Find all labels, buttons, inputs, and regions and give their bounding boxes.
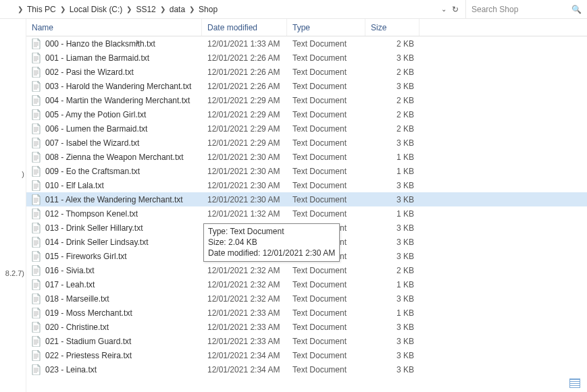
file-name: 006 - Lumen the Barmaid.txt bbox=[45, 124, 147, 134]
file-name: 020 - Christine.txt bbox=[45, 323, 109, 332]
file-size: 3 KB bbox=[365, 195, 419, 204]
details-view-icon[interactable] bbox=[569, 379, 580, 388]
file-size: 2 KB bbox=[365, 39, 419, 49]
file-row[interactable]: 020 - Christine.txt12/01/2021 2:33 AMTex… bbox=[26, 320, 587, 334]
breadcrumb-segment[interactable]: Shop bbox=[197, 5, 219, 14]
chevron-right-icon[interactable]: ❯ bbox=[186, 5, 197, 13]
file-date: 12/01/2021 2:26 AM bbox=[202, 53, 287, 63]
file-name: 017 - Leah.txt bbox=[45, 280, 95, 289]
file-date: 12/01/2021 2:29 AM bbox=[202, 124, 287, 134]
breadcrumb-segment[interactable]: Local Disk (C:) bbox=[68, 5, 124, 14]
column-headers: Name Date modified Type Size bbox=[26, 19, 587, 36]
text-file-icon bbox=[32, 322, 41, 333]
text-file-icon bbox=[32, 223, 41, 233]
file-type: Text Document bbox=[287, 96, 365, 105]
file-size: 2 KB bbox=[365, 67, 419, 77]
file-size: 1 KB bbox=[365, 152, 419, 162]
file-name: 022 - Priestess Reira.txt bbox=[45, 351, 132, 360]
text-file-icon bbox=[32, 67, 41, 78]
text-file-icon bbox=[32, 138, 41, 148]
chevron-right-icon[interactable]: ❯ bbox=[57, 5, 68, 13]
file-row[interactable]: 018 - Marseille.txt12/01/2021 2:32 AMTex… bbox=[26, 291, 587, 306]
file-row[interactable]: 009 - Eo the Craftsman.txt12/01/2021 2:3… bbox=[26, 164, 587, 178]
chevron-right-icon[interactable]: ❯ bbox=[15, 5, 26, 13]
text-file-icon bbox=[32, 364, 41, 375]
text-file-icon bbox=[32, 308, 41, 318]
file-row[interactable]: 012 - Thompson Kenel.txt12/01/2021 1:32 … bbox=[26, 206, 587, 221]
text-file-icon bbox=[32, 53, 41, 63]
column-size[interactable]: Size bbox=[365, 19, 419, 36]
file-type: Text Document bbox=[287, 365, 365, 374]
file-type: Text Document bbox=[287, 39, 365, 49]
file-size: 3 KB bbox=[365, 365, 419, 374]
file-row[interactable]: 019 - Moss Merchant.txt12/01/2021 2:33 A… bbox=[26, 306, 587, 320]
file-name: 002 - Pasi the Wizard.txt bbox=[45, 67, 134, 77]
text-file-icon bbox=[32, 152, 41, 163]
file-name: 012 - Thompson Kenel.txt bbox=[45, 209, 138, 219]
file-type: Text Document bbox=[287, 195, 365, 204]
file-size: 3 KB bbox=[365, 138, 419, 148]
file-name: 021 - Stadium Guard.txt bbox=[45, 337, 131, 346]
history-dropdown-icon[interactable]: ⌄ bbox=[441, 5, 446, 13]
text-file-icon bbox=[32, 251, 41, 262]
file-size: 3 KB bbox=[365, 351, 419, 360]
file-row[interactable]: 003 - Harold the Wandering Merchant.txt1… bbox=[26, 79, 587, 93]
column-name[interactable]: Name bbox=[26, 19, 202, 36]
file-row[interactable]: 000 - Hanzo the Blacksmith.txt12/01/2021… bbox=[26, 36, 587, 51]
file-name: 014 - Drink Seller Lindsay.txt bbox=[45, 237, 149, 247]
search-icon[interactable]: 🔍 bbox=[571, 5, 582, 14]
text-file-icon bbox=[32, 350, 41, 361]
breadcrumb-segment[interactable]: data bbox=[168, 5, 186, 14]
chevron-right-icon[interactable]: ❯ bbox=[157, 5, 168, 13]
column-date-modified[interactable]: Date modified bbox=[202, 19, 287, 36]
refresh-icon[interactable]: ↻ bbox=[452, 5, 459, 14]
text-file-icon bbox=[32, 336, 41, 347]
file-row[interactable]: 017 - Leah.txt12/01/2021 2:32 AMText Doc… bbox=[26, 277, 587, 291]
file-date: 12/01/2021 2:32 AM bbox=[202, 280, 287, 289]
text-file-icon bbox=[32, 208, 41, 219]
file-row[interactable]: 007 - Isabel the Wizard.txt12/01/2021 2:… bbox=[26, 136, 587, 150]
file-row[interactable]: 005 - Amy the Potion Girl.txt12/01/2021 … bbox=[26, 107, 587, 121]
file-type: Text Document bbox=[287, 294, 365, 304]
breadcrumb[interactable]: ❯This PC❯Local Disk (C:)❯SS12❯data❯Shop bbox=[0, 0, 434, 18]
file-list[interactable]: 000 - Hanzo the Blacksmith.txt12/01/2021… bbox=[26, 36, 587, 392]
file-row[interactable]: 021 - Stadium Guard.txt12/01/2021 2:33 A… bbox=[26, 334, 587, 348]
file-type: Text Document bbox=[287, 280, 365, 289]
tooltip-type: Type: Text Document bbox=[208, 226, 335, 237]
file-row[interactable]: 004 - Martin the Wandering Merchant.txt1… bbox=[26, 93, 587, 107]
file-name: 013 - Drink Seller Hillary.txt bbox=[45, 223, 143, 233]
file-row[interactable]: 006 - Lumen the Barmaid.txt12/01/2021 2:… bbox=[26, 121, 587, 136]
file-date: 12/01/2021 2:32 AM bbox=[202, 266, 287, 275]
column-type[interactable]: Type bbox=[287, 19, 365, 36]
file-row[interactable]: 011 - Alex the Wandering Merchant.txt12/… bbox=[26, 192, 587, 206]
file-row[interactable]: 008 - Zienna the Weapon Merchant.txt12/0… bbox=[26, 150, 587, 164]
file-row[interactable]: 001 - Liaman the Barmaid.txt12/01/2021 2… bbox=[26, 51, 587, 65]
file-date: 12/01/2021 2:30 AM bbox=[202, 167, 287, 176]
file-size: 3 KB bbox=[365, 323, 419, 332]
text-file-icon bbox=[32, 95, 41, 106]
file-size: 2 KB bbox=[365, 96, 419, 105]
file-tooltip: Type: Text Document Size: 2.04 KB Date m… bbox=[203, 223, 340, 262]
file-date: 12/01/2021 2:30 AM bbox=[202, 195, 287, 204]
text-file-icon bbox=[32, 237, 41, 248]
file-date: 12/01/2021 2:34 AM bbox=[202, 351, 287, 360]
file-row[interactable]: 022 - Priestess Reira.txt12/01/2021 2:34… bbox=[26, 348, 587, 362]
file-date: 12/01/2021 2:33 AM bbox=[202, 308, 287, 318]
text-file-icon bbox=[32, 265, 41, 276]
search-box[interactable]: 🔍 bbox=[465, 0, 587, 18]
file-name: 023 - Leina.txt bbox=[45, 365, 97, 374]
breadcrumb-segment[interactable]: This PC bbox=[26, 5, 57, 14]
file-row[interactable]: 023 - Leina.txt12/01/2021 2:34 AMText Do… bbox=[26, 362, 587, 376]
breadcrumb-segment[interactable]: SS12 bbox=[134, 5, 157, 14]
file-row[interactable]: 016 - Sivia.txt12/01/2021 2:32 AMText Do… bbox=[26, 263, 587, 277]
file-size: 3 KB bbox=[365, 237, 419, 247]
file-row[interactable]: 002 - Pasi the Wizard.txt12/01/2021 2:26… bbox=[26, 65, 587, 79]
sort-ascending-icon: ▲ bbox=[134, 38, 141, 45]
file-row[interactable]: 010 - Elf Lala.txt12/01/2021 2:30 AMText… bbox=[26, 178, 587, 192]
file-name: 016 - Sivia.txt bbox=[45, 266, 95, 275]
search-input[interactable] bbox=[471, 5, 566, 14]
file-size: 3 KB bbox=[365, 53, 419, 63]
file-date: 12/01/2021 2:30 AM bbox=[202, 152, 287, 162]
file-type: Text Document bbox=[287, 82, 365, 91]
chevron-right-icon[interactable]: ❯ bbox=[124, 5, 134, 13]
